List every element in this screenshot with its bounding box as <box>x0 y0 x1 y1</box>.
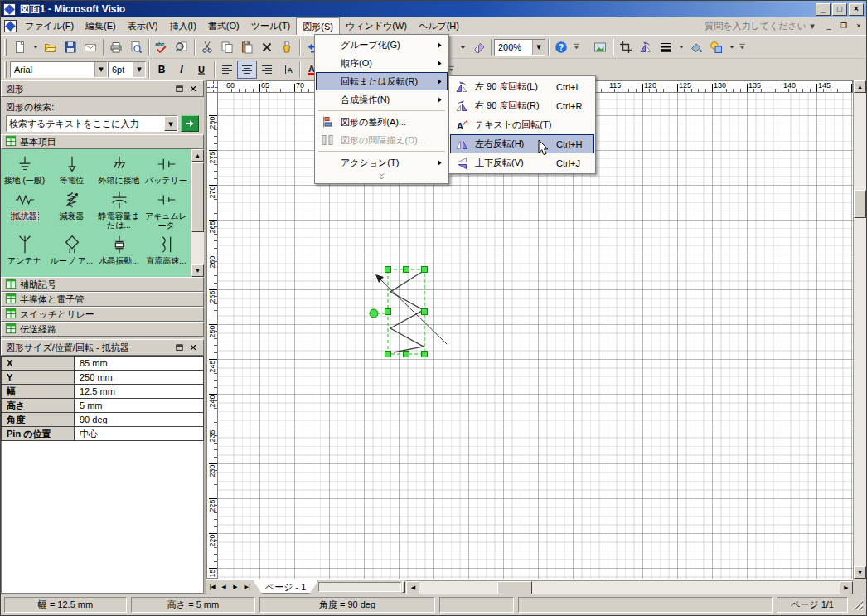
row-value[interactable]: 90 deg <box>75 413 204 427</box>
float-window-icon[interactable] <box>173 342 185 353</box>
new-document-dropdown-icon[interactable] <box>30 38 41 56</box>
chevron-down-icon[interactable]: ▾ <box>94 62 107 77</box>
menu-挿入(I)[interactable]: 挿入(I) <box>163 17 201 35</box>
menu-item-テキストの回転(T)[interactable]: Aテキストの回転(T) <box>450 115 594 134</box>
search-input-field[interactable] <box>7 116 164 131</box>
line-weight-dropdown-icon[interactable] <box>676 38 686 56</box>
stencil-header-スイッチとリレー[interactable]: スイッチとリレー <box>1 307 204 322</box>
stencil-shape-静電容量または...[interactable]: 静電容量または... <box>95 185 143 230</box>
search-dropdown-icon[interactable]: ▾ <box>164 116 177 131</box>
vertical-scrollbar[interactable]: ▲ ▼ <box>853 80 866 579</box>
menu-図形(S)[interactable]: 図形(S) <box>296 17 340 35</box>
stencil-header-basic-items[interactable]: 基本項目 <box>1 134 204 149</box>
menu-表示(V)[interactable]: 表示(V) <box>122 17 164 35</box>
mail-button[interactable] <box>80 38 100 56</box>
doc-minimize-button[interactable]: _ <box>822 20 836 32</box>
new-document-button[interactable] <box>10 38 30 56</box>
font-size-combo[interactable]: 6pt▾ <box>108 61 146 78</box>
row-value[interactable]: 85 mm <box>75 357 204 371</box>
chevron-down-icon[interactable]: ▾ <box>133 62 145 77</box>
menu-ツール(T)[interactable]: ツール(T) <box>245 17 297 35</box>
previous-page-button[interactable]: ◀ <box>218 580 230 594</box>
stencil-scrollbar-thumb[interactable] <box>191 162 204 232</box>
stencil-shape-アンテナ[interactable]: アンテナ <box>1 230 48 265</box>
stencil-scrollbar[interactable]: ▲ ▼ <box>191 149 204 277</box>
vertical-scrollbar-thumb[interactable] <box>854 190 866 218</box>
menu-ヘルプ(H)[interactable]: ヘルプ(H) <box>413 17 465 35</box>
menu-item-左 90 度回転(L)[interactable]: 左 90 度回転(L)Ctrl+L <box>450 77 594 96</box>
horizontal-scrollbar[interactable]: ◀ ▶ <box>406 580 853 594</box>
search-button[interactable] <box>172 38 191 56</box>
menu-書式(O)[interactable]: 書式(O) <box>202 17 245 35</box>
scroll-down-icon[interactable]: ▼ <box>191 264 204 277</box>
eraser-button[interactable] <box>468 38 488 56</box>
delete-button[interactable] <box>257 38 277 56</box>
menu-編集(E)[interactable]: 編集(E) <box>80 17 122 35</box>
menu-item-図形の整列(A)...[interactable]: 図形の整列(A)... <box>316 113 448 131</box>
paste-button[interactable] <box>237 38 257 56</box>
align-center-button[interactable] <box>237 61 257 79</box>
stencil-shape-外箱に接地[interactable]: 外箱に接地 <box>95 149 143 185</box>
more-button[interactable] <box>737 38 748 56</box>
cut-button[interactable] <box>197 38 217 56</box>
stencil-shape-アキュムレータ[interactable]: アキュムレータ <box>143 185 190 230</box>
last-page-button[interactable]: ▶| <box>241 580 253 594</box>
more-button[interactable] <box>571 38 582 56</box>
scroll-right-icon[interactable]: ▶ <box>840 581 853 594</box>
menu-item-グループ化(G)[interactable]: グループ化(G) <box>316 36 448 54</box>
search-input[interactable]: ▾ <box>6 115 178 132</box>
scroll-up-icon[interactable]: ▲ <box>854 80 866 93</box>
maximize-button[interactable]: □ <box>832 3 847 16</box>
fill-pattern-button[interactable] <box>686 38 706 56</box>
underline-button[interactable]: U <box>191 61 211 79</box>
crop-button[interactable] <box>616 38 636 56</box>
row-value[interactable]: 中心 <box>75 427 204 441</box>
row-value[interactable]: 250 mm <box>75 371 204 385</box>
doc-restore-button[interactable]: ❐ <box>837 20 850 32</box>
page-tab[interactable]: ページ - 1 <box>253 580 318 594</box>
copy-button[interactable] <box>217 38 237 56</box>
line-weight-button[interactable] <box>656 38 676 56</box>
vertical-text-button[interactable]: A <box>277 61 297 79</box>
stencil-header-伝送経路[interactable]: 伝送経路 <box>1 322 204 337</box>
stencil-shape-直流高速...[interactable]: 直流高速... <box>143 230 190 265</box>
stencil-shape-ループ ア...[interactable]: ループ ア... <box>48 230 95 265</box>
help-button[interactable]: ? <box>551 38 571 56</box>
menu-item-左右反転(H)[interactable]: 左右反転(H)Ctrl+H <box>450 134 594 153</box>
print-button[interactable] <box>106 38 126 56</box>
question-box[interactable]: 質問を入力してください ▾ <box>701 17 821 35</box>
menu-item-上下反転(V)[interactable]: 上下反転(V)Ctrl+J <box>450 153 594 172</box>
shape-style-button[interactable] <box>706 38 726 56</box>
shape-style-dropdown-icon[interactable] <box>726 38 737 56</box>
rotate-left-button[interactable] <box>636 38 656 56</box>
stencil-header-補助記号[interactable]: 補助記号 <box>1 277 204 292</box>
menu-expand-chevron[interactable] <box>316 172 448 182</box>
menu-item-回転または反転(R)[interactable]: 回転または反転(R) <box>316 72 448 90</box>
menu-item-アクション(T)[interactable]: アクション(T) <box>316 153 448 172</box>
zoom-combo[interactable]: 200%▾ <box>494 39 545 56</box>
float-window-icon[interactable] <box>173 84 185 95</box>
menu-item-合成操作(N)[interactable]: 合成操作(N) <box>316 90 448 109</box>
row-value[interactable]: 12.5 mm <box>75 385 204 399</box>
chevron-down-icon[interactable]: ▾ <box>806 21 818 32</box>
menu-ファイル(F)[interactable]: ファイル(F) <box>19 17 80 35</box>
stencil-shape-バッテリー[interactable]: バッテリー <box>143 149 190 185</box>
first-page-button[interactable]: |◀ <box>206 580 218 594</box>
horizontal-scrollbar-thumb[interactable] <box>497 581 532 594</box>
close-icon[interactable] <box>187 84 199 95</box>
close-icon[interactable] <box>187 342 199 353</box>
doc-close-button[interactable]: × <box>852 20 865 32</box>
save-button[interactable] <box>61 38 80 56</box>
stencil-shape-水晶振動...[interactable]: 水晶振動... <box>95 230 143 265</box>
stencil-shape-減衰器[interactable]: 減衰器 <box>48 185 95 230</box>
next-page-button[interactable]: ▶ <box>230 580 241 594</box>
spelling-button[interactable]: abc <box>152 38 172 56</box>
open-folder-button[interactable] <box>41 38 61 56</box>
minimize-button[interactable]: _ <box>816 3 831 16</box>
italic-button[interactable]: I <box>172 61 191 79</box>
font-name-combo[interactable]: Arial▾ <box>10 61 108 78</box>
chevron-down-icon[interactable]: ▾ <box>532 40 545 55</box>
bold-button[interactable]: B <box>152 61 172 79</box>
search-go-button[interactable] <box>181 115 199 132</box>
menu-item-右 90 度回転(R)[interactable]: 右 90 度回転(R)Ctrl+R <box>450 96 594 115</box>
